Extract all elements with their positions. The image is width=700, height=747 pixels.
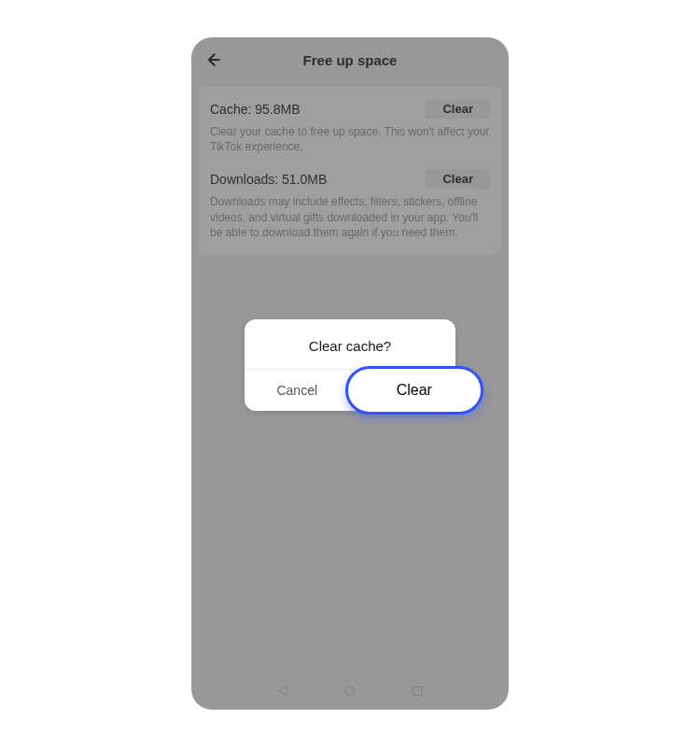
confirm-clear-button[interactable]: Clear [345,366,484,415]
phone-screen: Free up space Cache: 95.8MB Clear Clear … [191,37,509,710]
confirm-dialog: Clear cache? Cancel Clear [245,319,455,411]
dialog-actions: Cancel Clear [245,370,455,411]
dialog-confirm-cell: Clear [351,370,456,411]
dialog-title: Clear cache? [245,319,455,370]
cancel-button[interactable]: Cancel [245,370,351,411]
